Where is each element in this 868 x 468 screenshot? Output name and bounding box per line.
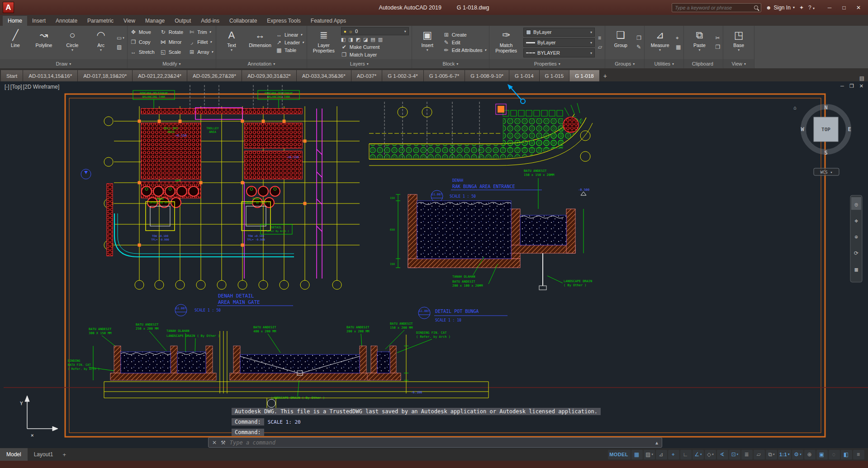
file-tab[interactable]: AD-017,18,19&20* [78,70,133,81]
panel-label-annotation[interactable]: Annotation [216,59,307,68]
ortho-mode-icon[interactable]: ∟ [680,450,692,459]
note-balancing-tank-1[interactable]: RENCANA PELETAKAN [140,91,168,95]
panel-label-utilities[interactable]: Utilities [645,59,683,68]
doc-minimize-icon[interactable]: ─ [840,83,844,89]
copy-tool[interactable]: ❐Copy [130,39,155,45]
viewcube-north[interactable]: N [824,104,827,111]
plan-main-gate[interactable]: RENCANA PELETAKAN BALANCING TANK RENCANA… [81,85,360,316]
ribbon-tab[interactable]: Manage [140,16,170,26]
linear-dim-tool[interactable]: ↔Linear▾ [276,32,304,38]
cut-icon[interactable]: ✂ [715,35,720,41]
file-tab[interactable]: G 1-018 [569,70,600,81]
close-button[interactable]: ✕ [852,2,865,13]
mirror-tool[interactable]: ⋈Mirror [160,39,183,45]
id-point-icon[interactable]: ⌖ [676,35,681,41]
command-tools-icon[interactable]: ⚒ [221,440,226,446]
ribbon-tab[interactable]: Collaborate [224,16,262,26]
open-folder-icon[interactable] [28,3,38,12]
graphics-performance-icon[interactable]: ◧ [841,450,852,459]
edit-block-button[interactable]: ✎Edit [443,39,486,46]
circle-tool[interactable]: ○ Circle▾ [60,27,85,58]
workspace-switching-icon[interactable]: ⚙▾ [792,450,803,459]
transparency-icon[interactable]: ▱ [598,44,602,50]
ribbon-tab[interactable]: View [119,16,140,26]
ribbon-tab[interactable]: Express Tools [262,16,305,26]
rectangle-tool[interactable]: ▭▾ [117,35,124,41]
section-pot[interactable]: BATU ANDESIT 150 x 150 x 20MM [390,169,592,322]
search-icon[interactable] [754,5,758,9]
layer-isolate-icon[interactable]: ◨ [348,37,353,43]
line-tool[interactable]: ╱ Line [3,27,28,58]
copy-clip-icon[interactable]: ❐ [715,44,720,50]
file-tab[interactable]: AD-025,26,27&28* [187,70,242,81]
file-tab-menu-icon[interactable]: ▤ [859,75,864,81]
paste-button[interactable]: ⧉ Paste▾ [687,27,712,58]
file-tab[interactable]: G 1-002-3-4* [382,70,423,81]
grid-display-icon[interactable]: ▦ [631,450,643,459]
ungroup-icon[interactable]: ❐ [636,35,641,41]
model-tab[interactable]: Model [0,448,28,461]
file-tab[interactable]: AD-021,22,23&24* [133,70,187,81]
ribbon-tab[interactable]: Home [3,16,27,26]
text-tool[interactable]: A Text▾ [219,27,244,58]
create-block-button[interactable]: ⊞Create [443,32,486,38]
panel-label-modify[interactable]: Modify [128,59,216,68]
annotation-scale-icon[interactable]: 1:1▾ [778,450,791,459]
save-icon[interactable] [39,3,48,12]
annotation-monitor-icon[interactable]: ⊕ [804,450,816,459]
pan-icon[interactable]: ✥ [854,217,858,224]
sign-in[interactable]: ☻ Sign In ▾ [766,5,795,11]
app-store-icon[interactable]: ✦ [799,5,804,11]
isolate-objects-icon[interactable]: ◌ [829,450,840,459]
panel-label-properties[interactable]: Properties [489,59,605,68]
group-button[interactable]: ❏ Group [608,27,633,58]
fillet-tool[interactable]: ◞Fillet▾ [189,39,213,45]
search-input[interactable] [675,5,754,10]
layer-lock-icon[interactable]: ◪ [363,37,368,43]
maximize-button[interactable]: □ [837,2,851,13]
save-as-icon[interactable] [50,3,59,12]
model-space-toggle[interactable]: MODEL [608,450,631,459]
viewport-menu[interactable]: [-] [5,84,9,90]
object-snap-tracking-icon[interactable]: ∢ [717,450,728,459]
plan-main-title[interactable]: DENAH DETAIL AREA MAIN GATE G1.007 SCALE… [175,293,293,316]
layer-off-icon[interactable]: ◧ [341,37,346,43]
viewport-visual-style[interactable]: [2D Wireframe] [23,84,60,90]
doc-close-icon[interactable]: ✕ [859,83,863,89]
quick-calc-icon[interactable]: ▦ [676,44,681,50]
section-pot-title[interactable]: G1.007 DETAIL POT BUNGA SCALE 1 : 10 [418,307,508,322]
command-input[interactable] [230,440,651,446]
panel-label-draw[interactable]: Draw [0,59,127,68]
group-edit-icon[interactable]: ✎ [636,44,641,50]
hatch-tool[interactable]: ▨ [117,44,124,50]
plot-icon[interactable] [61,3,70,12]
steering-wheel-icon[interactable]: ◎ [854,201,858,208]
quick-properties-icon[interactable]: ▣ [816,450,828,459]
arc-tool[interactable]: ◠ Arc▾ [88,27,114,58]
file-tab[interactable]: G 1-008-9-10* [465,70,509,81]
viewcube-home-icon[interactable]: ⌂ [793,105,797,111]
viewcube[interactable]: TOP N E S W ⌂ WCS ▾ [793,104,851,175]
array-tool[interactable]: ⊞Array▾ [189,49,213,55]
layer-walk-icon[interactable]: ▤ [370,37,375,43]
plan-entrance-title[interactable]: DENAH RAK BUNGA AREA ENTRANCE G1.007 SCA… [431,179,542,202]
layer-select[interactable]: ● ☼ 0 ▾ [341,27,409,35]
polyline-tool[interactable]: ↝ Polyline [31,27,57,58]
ribbon-tab[interactable]: Add-ins [196,16,224,26]
undo-icon[interactable] [72,3,81,12]
viewcube-west[interactable]: W [801,126,804,132]
drawing-area[interactable]: [-] [Top] [2D Wireframe] ─ ❐ ✕ [0,81,868,448]
move-tool[interactable]: ✥Move [130,29,155,35]
dimension-tool[interactable]: ↔ Dimension [247,27,273,58]
file-tab[interactable]: Start [1,70,23,81]
viewport-view-control[interactable]: [Top] [10,84,22,90]
leader-tool[interactable]: ↗Leader▾ [276,39,304,46]
help-icon[interactable]: ? ▾ [808,5,815,11]
plan-entrance[interactable]: DENAH RAK BUNGA AREA ENTRANCE G1.007 SCA… [369,84,593,202]
ribbon-tab[interactable]: Featured Apps [306,16,351,26]
snap-mode-icon[interactable]: ▨▾ [644,450,655,459]
minimize-button[interactable]: ─ [823,2,836,13]
panel-label-view[interactable]: View [723,59,754,68]
new-file-icon[interactable] [18,3,27,12]
polar-tracking-icon[interactable]: ∠▾ [693,450,704,459]
